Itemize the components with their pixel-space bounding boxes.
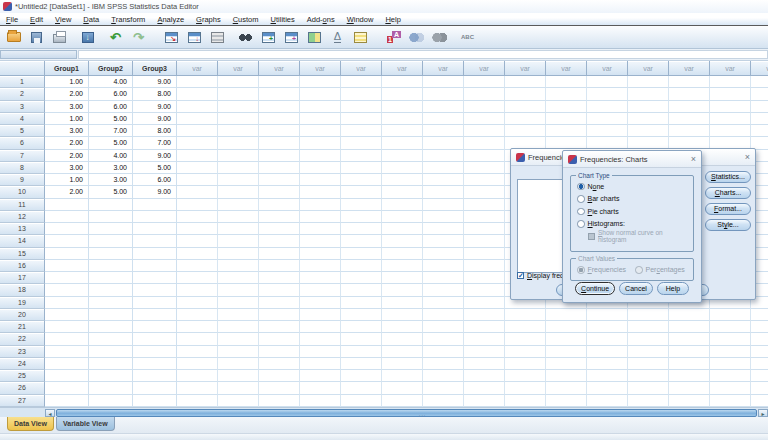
cell-var[interactable] [423, 358, 464, 370]
cell-var[interactable] [300, 309, 341, 321]
column-header-var[interactable]: var [218, 61, 259, 76]
cell-group2[interactable] [89, 382, 133, 394]
cell-group3[interactable] [133, 211, 177, 223]
cell-var[interactable] [177, 113, 218, 125]
cell-var[interactable] [587, 346, 628, 358]
cell-var[interactable] [751, 101, 768, 113]
cell-var[interactable] [546, 395, 587, 407]
cell-group3[interactable] [133, 199, 177, 211]
cell-var[interactable] [587, 333, 628, 345]
row-header[interactable]: 8 [0, 162, 45, 174]
cell-group3[interactable] [133, 248, 177, 260]
cell-var[interactable] [341, 113, 382, 125]
cell-var[interactable] [751, 346, 768, 358]
undo-button[interactable]: ↶ [104, 27, 127, 47]
cell-var[interactable] [300, 358, 341, 370]
cell-var[interactable] [218, 382, 259, 394]
cell-var[interactable] [423, 309, 464, 321]
cell-var[interactable] [423, 88, 464, 100]
cell-var[interactable] [464, 321, 505, 333]
row-header[interactable]: 16 [0, 260, 45, 272]
cell-var[interactable] [341, 321, 382, 333]
cell-var[interactable] [587, 382, 628, 394]
variables-button[interactable] [206, 27, 229, 47]
cell-var[interactable] [218, 309, 259, 321]
cell-var[interactable] [423, 382, 464, 394]
cell-var[interactable] [177, 137, 218, 149]
cell-group3[interactable] [133, 272, 177, 284]
cell-var[interactable] [546, 333, 587, 345]
scroll-left-arrow-icon[interactable]: ◂ [45, 409, 55, 417]
cell-var[interactable] [669, 113, 710, 125]
cell-var[interactable] [669, 88, 710, 100]
cell-var[interactable] [505, 125, 546, 137]
row-header[interactable]: 23 [0, 346, 45, 358]
cell-var[interactable] [710, 101, 751, 113]
cell-var[interactable] [423, 150, 464, 162]
row-header[interactable]: 20 [0, 309, 45, 321]
bar-charts-radio[interactable] [577, 195, 585, 203]
statistics-button[interactable]: Statistics... [705, 171, 751, 183]
cell-var[interactable] [177, 248, 218, 260]
cell-var[interactable] [382, 297, 423, 309]
cell-var[interactable] [546, 76, 587, 88]
menu-view[interactable]: View [49, 13, 77, 25]
cell-var[interactable] [341, 235, 382, 247]
cell-var[interactable] [259, 248, 300, 260]
cell-var[interactable] [382, 395, 423, 407]
cell-var[interactable] [464, 297, 505, 309]
cell-var[interactable] [259, 113, 300, 125]
cell-var[interactable] [218, 211, 259, 223]
cell-var[interactable] [218, 223, 259, 235]
row-header[interactable]: 25 [0, 370, 45, 382]
cell-group2[interactable] [89, 284, 133, 296]
cell-var[interactable] [628, 88, 669, 100]
cell-group2[interactable] [89, 395, 133, 407]
cell-var[interactable] [710, 76, 751, 88]
cell-var[interactable] [341, 137, 382, 149]
cell-group3[interactable] [133, 235, 177, 247]
none-radio[interactable] [577, 183, 585, 191]
open-data-document-button[interactable] [2, 27, 25, 47]
cell-var[interactable] [710, 395, 751, 407]
cell-var[interactable] [628, 370, 669, 382]
cell-var[interactable] [382, 333, 423, 345]
cell-var[interactable] [218, 284, 259, 296]
cell-group1[interactable] [45, 223, 89, 235]
cell-var[interactable] [669, 125, 710, 137]
cell-group2[interactable] [89, 235, 133, 247]
cell-var[interactable] [341, 333, 382, 345]
cell-var[interactable] [751, 76, 768, 88]
cell-var[interactable] [669, 101, 710, 113]
cell-var[interactable] [628, 382, 669, 394]
cell-var[interactable] [341, 162, 382, 174]
cell-group3[interactable] [133, 309, 177, 321]
cell-var[interactable] [628, 346, 669, 358]
cell-var[interactable] [218, 88, 259, 100]
column-header-var[interactable]: var [751, 61, 768, 76]
column-header-group3[interactable]: Group3 [133, 61, 177, 76]
cell-group3[interactable] [133, 358, 177, 370]
cell-var[interactable] [259, 137, 300, 149]
charts-button[interactable]: Charts... [705, 187, 751, 199]
cell-var[interactable] [423, 137, 464, 149]
cell-var[interactable] [628, 333, 669, 345]
cell-group3[interactable] [133, 333, 177, 345]
cell-var[interactable] [464, 358, 505, 370]
cell-var[interactable] [751, 321, 768, 333]
continue-button[interactable]: Continue [575, 282, 615, 295]
cell-group1[interactable] [45, 260, 89, 272]
cell-group2[interactable] [89, 211, 133, 223]
row-header[interactable]: 1 [0, 76, 45, 88]
cell-var[interactable] [259, 358, 300, 370]
cell-var[interactable] [300, 272, 341, 284]
cell-var[interactable] [341, 395, 382, 407]
cell-var[interactable] [423, 223, 464, 235]
cell-var[interactable] [587, 113, 628, 125]
cell-group3[interactable] [133, 260, 177, 272]
cell-var[interactable] [341, 211, 382, 223]
tab-data-view[interactable]: Data View [7, 417, 54, 431]
row-header[interactable]: 7 [0, 150, 45, 162]
cell-var[interactable] [505, 88, 546, 100]
use-variable-sets-button[interactable] [405, 27, 428, 47]
